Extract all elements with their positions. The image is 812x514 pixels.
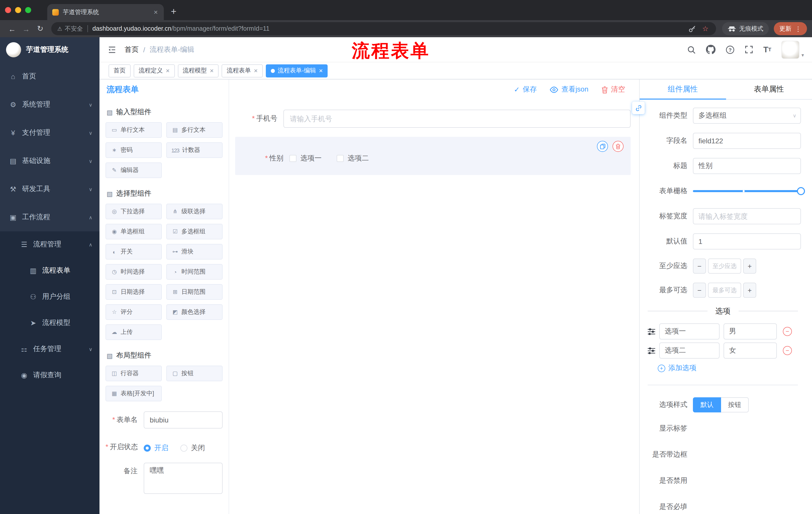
minus-button[interactable]: − <box>693 283 706 298</box>
browser-tab[interactable]: 芋道管理系统 × <box>47 4 164 20</box>
close-icon[interactable]: × <box>166 67 170 75</box>
slider-track[interactable] <box>693 190 801 192</box>
palette-item-time-picker[interactable]: ◷时间选择 <box>106 264 162 280</box>
palette-item-upload[interactable]: ☁上传 <box>106 324 162 340</box>
browser-menu-icon[interactable]: ⋮ <box>795 25 802 32</box>
form-name-input[interactable] <box>144 411 223 429</box>
add-option-button[interactable]: + 添加选项 <box>658 363 801 373</box>
view-json-button[interactable]: 查看json <box>550 85 588 94</box>
title-input[interactable] <box>693 158 801 174</box>
user-menu[interactable]: ▾ <box>781 40 804 59</box>
style-button-button[interactable]: 按钮 <box>721 397 749 412</box>
delete-widget-button[interactable] <box>612 141 624 152</box>
font-size-icon[interactable]: TT <box>763 46 771 54</box>
palette-item-switch[interactable]: ◐开关 <box>106 244 162 260</box>
palette-item-color-picker[interactable]: ◩颜色选择 <box>166 304 223 320</box>
option-2-value-input[interactable] <box>724 343 777 359</box>
palette-item-password[interactable]: ∗密码 <box>106 142 162 158</box>
slider-knob[interactable] <box>797 187 805 195</box>
sidebar-item-user-group[interactable]: ⚇ 用户分组 <box>0 283 99 310</box>
plus-button[interactable]: + <box>743 283 756 298</box>
sidebar-item-infrastructure[interactable]: ▤ 基础设施 ∨ <box>0 147 99 175</box>
sidebar-logo[interactable]: 芋道管理系统 <box>0 37 99 62</box>
sidebar-item-process-form[interactable]: ▥ 流程表单 <box>0 258 99 283</box>
back-icon[interactable]: ← <box>5 24 19 33</box>
component-type-select[interactable]: 多选框组 <box>693 108 801 124</box>
palette-item-radio-group[interactable]: ◉单选框组 <box>106 224 162 239</box>
palette-item-cascader[interactable]: ⋔级联选择 <box>166 204 223 219</box>
tag-process-form-edit[interactable]: 流程表单-编辑 × <box>266 64 328 77</box>
sidebar-item-process-model[interactable]: ➤ 流程模型 <box>0 310 99 336</box>
sidebar-item-system[interactable]: ⚙ 系统管理 ∨ <box>0 90 99 119</box>
max-select-input[interactable]: 最多可选 <box>708 283 741 298</box>
forward-icon[interactable]: → <box>19 24 33 33</box>
tab-form-props[interactable]: 表单属性 <box>726 79 812 99</box>
sidebar-item-task-management[interactable]: ⚏ 任务管理 ∨ <box>0 336 99 362</box>
palette-item-table[interactable]: ▦表格[开发中] <box>106 386 162 401</box>
fold-sidebar-icon[interactable] <box>108 45 117 54</box>
browser-update-button[interactable]: 更新 ⋮ <box>774 22 807 35</box>
default-value-input[interactable] <box>693 233 801 249</box>
plus-button[interactable]: + <box>743 259 756 274</box>
drag-handle-icon[interactable] <box>648 328 655 335</box>
search-icon[interactable] <box>687 45 696 54</box>
tag-process-model[interactable]: 流程模型 × <box>178 64 219 77</box>
option-2-label-input[interactable] <box>659 343 720 359</box>
avatar[interactable] <box>781 40 800 59</box>
option-1-label-input[interactable] <box>659 323 720 340</box>
palette-item-counter[interactable]: 123计数器 <box>166 142 223 158</box>
minimize-window-button[interactable] <box>15 7 21 13</box>
sidebar-item-devtools[interactable]: ⚒ 研发工具 ∨ <box>0 175 99 203</box>
link-handle[interactable] <box>632 102 645 114</box>
copy-widget-button[interactable] <box>597 141 608 152</box>
gender-option-1-checkbox[interactable]: 选项一 <box>289 154 322 163</box>
close-icon[interactable]: × <box>210 67 213 75</box>
breadcrumb-home[interactable]: 首页 <box>125 45 139 54</box>
github-icon[interactable] <box>706 45 716 54</box>
close-icon[interactable]: × <box>319 67 323 75</box>
tab-close-icon[interactable]: × <box>153 8 159 16</box>
label-width-input[interactable] <box>693 208 801 224</box>
palette-item-single-text[interactable]: ▭单行文本 <box>106 122 162 138</box>
phone-input[interactable] <box>283 110 631 128</box>
sidebar-item-process-management[interactable]: ☰ 流程管理 ∧ <box>0 231 99 258</box>
min-select-input[interactable]: 至少应选 <box>708 259 741 274</box>
palette-item-time-range[interactable]: ◔时间范围 <box>166 264 223 280</box>
palette-item-row-container[interactable]: ◫行容器 <box>106 366 162 381</box>
remove-option-button[interactable]: − <box>783 346 792 355</box>
grid-slider[interactable] <box>693 183 801 199</box>
drag-handle-icon[interactable] <box>648 347 655 354</box>
palette-item-date-picker[interactable]: ⊡日期选择 <box>106 284 162 300</box>
phone-field-row[interactable]: *手机号 <box>235 110 631 128</box>
help-icon[interactable]: ? <box>726 45 735 54</box>
field-name-input[interactable] <box>693 133 801 149</box>
form-remark-textarea[interactable]: 嘿嘿 <box>144 463 223 494</box>
palette-item-date-range[interactable]: ⊞日期范围 <box>166 284 223 300</box>
tag-home[interactable]: 首页 <box>109 64 130 77</box>
fullscreen-icon[interactable] <box>745 45 753 54</box>
close-icon[interactable]: × <box>254 67 258 75</box>
bookmark-star-icon[interactable]: ☆ <box>702 25 708 33</box>
new-tab-button[interactable]: + <box>171 6 176 17</box>
tag-process-form[interactable]: 流程表单 × <box>222 64 263 77</box>
sidebar-item-home[interactable]: ⌂ 首页 <box>0 62 99 90</box>
sidebar-item-leave-query[interactable]: ◉ 请假查询 <box>0 362 99 388</box>
tab-component-props[interactable]: 组件属性 <box>640 79 726 99</box>
close-window-button[interactable] <box>5 7 11 13</box>
gender-option-2-checkbox[interactable]: 选项二 <box>337 154 369 163</box>
remove-option-button[interactable]: − <box>783 327 792 336</box>
address-bar[interactable]: ⚠ 不安全 dashboard.yudao.iocoder.cn/bpm/man… <box>51 22 716 35</box>
palette-item-textarea[interactable]: ▤多行文本 <box>166 122 223 138</box>
password-key-icon[interactable] <box>689 25 696 32</box>
sidebar-item-payment[interactable]: ¥ 支付管理 ∨ <box>0 119 99 147</box>
palette-item-button[interactable]: ▢按钮 <box>166 366 223 381</box>
save-button[interactable]: ✓ 保存 <box>514 85 536 94</box>
status-on-radio[interactable]: 开启 <box>144 443 168 453</box>
palette-item-rate[interactable]: ☆评分 <box>106 304 162 320</box>
tag-process-definition[interactable]: 流程定义 × <box>134 64 175 77</box>
sidebar-item-workflow[interactable]: ▣ 工作流程 ∧ <box>0 203 99 231</box>
style-default-button[interactable]: 默认 <box>693 397 721 412</box>
maximize-window-button[interactable] <box>25 7 31 13</box>
reload-icon[interactable]: ↻ <box>33 24 47 33</box>
palette-item-slider[interactable]: ⊶滑块 <box>166 244 223 260</box>
